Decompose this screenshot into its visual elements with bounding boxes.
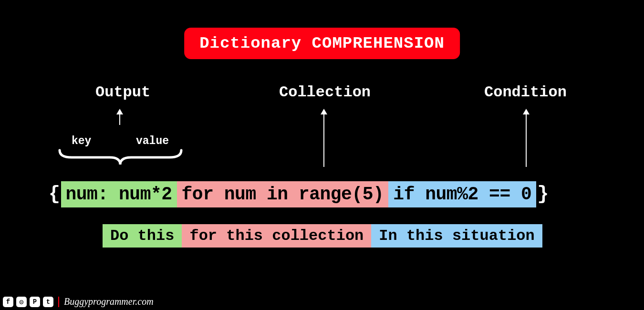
heading-condition: Condition bbox=[484, 83, 567, 101]
facebook-icon: f bbox=[3, 297, 13, 307]
code-condition-segment: if num%2 == 0 bbox=[388, 181, 536, 207]
arrow-up-icon bbox=[119, 110, 120, 125]
label-key: key bbox=[72, 135, 91, 147]
label-value: value bbox=[136, 135, 169, 147]
caption-row: Do this for this collection In this situ… bbox=[103, 224, 542, 248]
code-output-segment: num: num*2 bbox=[61, 181, 177, 207]
brand-text: Buggyprogrammer.com bbox=[64, 296, 154, 307]
brace-open: { bbox=[48, 184, 61, 205]
brace-close: } bbox=[536, 184, 550, 205]
heading-collection: Collection bbox=[279, 83, 371, 101]
arrow-up-icon bbox=[323, 110, 324, 167]
code-expression: { num: num*2 for num in range(5) if num%… bbox=[48, 181, 550, 207]
footer: f ◎ P t Buggyprogrammer.com bbox=[3, 296, 154, 307]
arrow-up-icon bbox=[526, 110, 527, 167]
footer-divider bbox=[58, 297, 59, 307]
pinterest-icon: P bbox=[30, 297, 40, 307]
caption-collection: for this collection bbox=[182, 224, 371, 248]
title-badge: Dictionary COMPREHENSION bbox=[184, 28, 460, 59]
instagram-icon: ◎ bbox=[16, 297, 27, 307]
code-collection-segment: for num in range(5) bbox=[177, 181, 389, 207]
caption-condition: In this situation bbox=[371, 224, 542, 248]
twitter-icon: t bbox=[43, 297, 53, 307]
heading-output: Output bbox=[95, 83, 150, 101]
curly-brace-icon bbox=[57, 148, 184, 167]
caption-output: Do this bbox=[103, 224, 182, 248]
